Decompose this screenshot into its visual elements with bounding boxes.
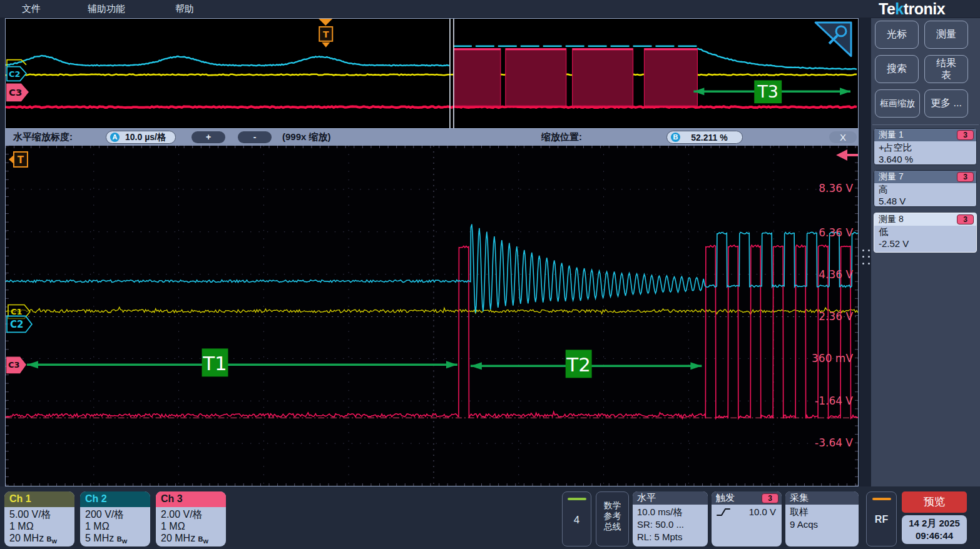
measurement-value: 5.48 V (879, 195, 972, 207)
t3-annotation: T3 (693, 80, 850, 103)
ch3-marker[interactable]: C3 (6, 356, 26, 373)
knob-b-icon: B (671, 133, 680, 142)
measurement-title: 测量 7 (879, 171, 904, 183)
channel-3-name: Ch 3 (156, 491, 226, 507)
svg-text:C3: C3 (8, 360, 20, 370)
source-channel-badge: 3 (957, 172, 974, 182)
channel-4-button[interactable]: 4 (562, 491, 591, 546)
zoom-close-button[interactable]: X (829, 131, 857, 143)
time-text: 09:46:44 (902, 530, 967, 542)
zoom-factor-label: (999x 缩放) (282, 131, 331, 143)
trigger-level: 10.0 V (749, 506, 776, 518)
source-channel-badge: 3 (957, 130, 974, 140)
graticule (6, 146, 858, 486)
math-ref-bus-button[interactable]: 数学 参考 总线 (596, 491, 629, 546)
menu-utility[interactable]: 辅助功能 (88, 3, 125, 15)
channel-2-badge[interactable]: Ch 2 200 V/格 1 MΩ 5 MHz BW (80, 491, 150, 546)
knob-a-icon: A (110, 133, 120, 142)
zoom-overview-icon[interactable] (815, 23, 851, 56)
trigger-source-badge: 3 (762, 493, 778, 503)
record-length: RL: 5 Mpts (637, 531, 703, 543)
waveform-traces (6, 224, 858, 419)
acquisition-title: 采集 (785, 491, 859, 505)
svg-text:C3: C3 (9, 87, 22, 98)
channel-2-name: Ch 2 (80, 491, 150, 507)
measure-button[interactable]: 测量 (924, 21, 968, 49)
ch2-marker[interactable]: C2 (7, 316, 32, 332)
panel-resize-handle[interactable] (862, 249, 870, 265)
rf-button[interactable]: RF (866, 491, 897, 546)
measurement-badge-8[interactable]: 测量 8 3 低 -2.52 V (874, 213, 977, 253)
svg-text:T2: T2 (566, 353, 591, 376)
svg-text:360 mV: 360 mV (812, 352, 853, 365)
ch2-overview-marker[interactable]: C2 (7, 67, 26, 81)
measurement-badge-1[interactable]: 测量 1 3 +占空比 3.640 % (874, 128, 977, 165)
bottom-status-bar: Ch 1 5.00 V/格 1 MΩ 20 MHz BW Ch 2 200 V/… (0, 486, 980, 549)
overview-trigger-marker[interactable]: T (319, 19, 332, 48)
menu-help[interactable]: 帮助 (175, 3, 194, 15)
date-text: 14 2月 2025 (902, 517, 967, 530)
svg-text:T1: T1 (202, 352, 227, 375)
measurement-name: +占空比 (879, 141, 972, 153)
rf-color-line (872, 498, 891, 500)
bandwidth-limit-icon: BW (117, 535, 127, 543)
search-button[interactable]: 搜索 (875, 55, 919, 83)
rising-edge-icon (716, 507, 731, 517)
acquisition-badge[interactable]: 采集 取样 9 Acqs (785, 491, 859, 546)
trigger-badge[interactable]: 触发 3 10.0 V (712, 491, 782, 546)
datetime-display: 14 2月 2025 09:46:44 (902, 515, 967, 544)
measurement-name: 高 (879, 183, 972, 195)
t1-annotation: T1 (27, 348, 457, 376)
sample-rate: SR: 50.0 ... (637, 518, 703, 531)
channel-3-badge[interactable]: Ch 3 2.00 V/格 1 MΩ 20 MHz BW (156, 491, 226, 546)
svg-text:T: T (18, 154, 24, 166)
zoom-scale-control[interactable]: A 10.0 µs/格 (106, 131, 176, 144)
channel-impedance: 1 MΩ (9, 520, 74, 532)
t2-annotation: T2 (471, 350, 702, 378)
measurement-value: 3.640 % (879, 153, 972, 165)
zoom-out-button[interactable]: - (238, 131, 272, 143)
channel-1-badge[interactable]: Ch 1 5.00 V/格 1 MΩ 20 MHz BW (4, 491, 74, 546)
svg-text:T3: T3 (757, 82, 778, 101)
measurement-title: 测量 8 (879, 214, 904, 225)
acquisition-mode: 取样 (790, 506, 854, 518)
trigger-level-arrow (836, 149, 858, 161)
source-channel-badge: 3 (957, 214, 974, 224)
main-waveform-display[interactable]: T C1 C2 C3 T1 T2 (5, 146, 859, 486)
waveform-overview[interactable]: C2 C3 T T3 (5, 18, 859, 129)
right-control-panel: 光标 测量 搜索 结果表 框画缩放 更多 ... 测量 1 3 +占空比 3.6… (871, 18, 980, 486)
more-button[interactable]: 更多 ... (924, 89, 968, 118)
zoom-toolbar: 水平缩放标度: A 10.0 µs/格 + - (999x 缩放) 缩放位置: … (5, 129, 859, 146)
cursors-button[interactable]: 光标 (875, 21, 919, 49)
zoom-in-button[interactable]: + (191, 131, 225, 143)
svg-text:2.36 V: 2.36 V (819, 310, 853, 323)
svg-text:C1: C1 (11, 308, 23, 317)
channel-4-color-line (568, 498, 586, 500)
tektronix-logo: Tektronix (879, 0, 945, 18)
horizontal-badge[interactable]: 水平 10.0 ms/格 SR: 50.0 ... RL: 5 Mpts (633, 491, 708, 546)
channel-4-label: 4 (563, 514, 591, 526)
preview-status-button[interactable]: 预览 (902, 491, 967, 513)
horizontal-scale: 10.0 ms/格 (637, 506, 703, 518)
menu-file[interactable]: 文件 (22, 3, 41, 15)
svg-text:-1.64 V: -1.64 V (815, 395, 853, 407)
measurement-badge-7[interactable]: 测量 7 3 高 5.48 V (874, 170, 977, 207)
measurement-value: -2.52 V (879, 238, 972, 249)
svg-text:C2: C2 (10, 319, 23, 330)
channel-1-name: Ch 1 (4, 491, 74, 507)
draw-zoom-button[interactable]: 框画缩放 (875, 89, 920, 118)
ch3-overview-marker[interactable]: C3 (6, 83, 29, 101)
menu-bar: 文件 辅助功能 帮助 Tektronix (0, 0, 980, 18)
horizontal-title: 水平 (633, 491, 708, 505)
trigger-position-marker[interactable]: T (9, 152, 28, 167)
acquisition-count: 9 Acqs (790, 518, 854, 531)
svg-text:6.36 V: 6.36 V (819, 226, 853, 239)
measurement-name: 低 (879, 226, 972, 238)
channel-bandwidth: 5 MHz (85, 533, 114, 543)
channel-scale: 5.00 V/格 (9, 508, 74, 520)
svg-text:T: T (323, 29, 329, 39)
results-table-button[interactable]: 结果表 (924, 55, 968, 83)
zoom-position-label: 缩放位置: (541, 131, 582, 143)
channel-bandwidth: 20 MHz (9, 533, 44, 543)
zoom-position-control[interactable]: B 52.211 % (666, 131, 743, 144)
